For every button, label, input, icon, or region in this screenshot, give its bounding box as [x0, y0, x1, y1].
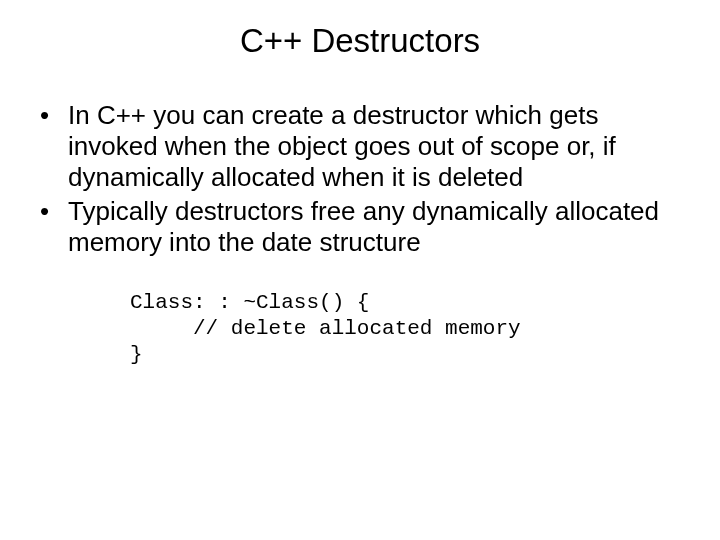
bullet-item: In C++ you can create a destructor which… [40, 100, 690, 194]
bullet-item: Typically destructors free any dynamical… [40, 196, 690, 258]
bullet-list: In C++ you can create a destructor which… [40, 100, 690, 258]
slide-content: In C++ you can create a destructor which… [0, 100, 720, 369]
slide: C++ Destructors In C++ you can create a … [0, 22, 720, 540]
slide-title: C++ Destructors [0, 22, 720, 60]
code-block: Class: : ~Class() { // delete allocated … [130, 290, 690, 369]
